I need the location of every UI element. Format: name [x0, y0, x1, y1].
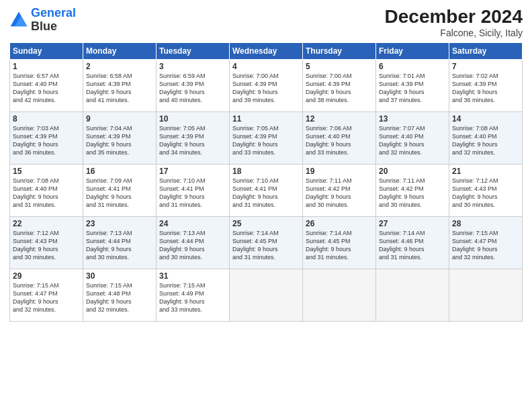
cell-info: Sunrise: 7:13 AM Sunset: 4:44 PM Dayligh…	[159, 229, 226, 262]
header-sunday: Sunday	[10, 42, 83, 59]
day-number: 12	[306, 114, 373, 124]
table-row: 11Sunrise: 7:05 AM Sunset: 4:39 PM Dayli…	[230, 111, 303, 164]
cell-info: Sunrise: 7:00 AM Sunset: 4:39 PM Dayligh…	[232, 72, 300, 105]
logo-icon	[9, 11, 28, 30]
cell-info: Sunrise: 7:15 AM Sunset: 4:47 PM Dayligh…	[13, 281, 80, 314]
cell-info: Sunrise: 7:14 AM Sunset: 4:46 PM Dayligh…	[379, 229, 446, 262]
header: GeneralBlue December 2024 Falcone, Sicil…	[9, 7, 523, 38]
week-row-2: 8Sunrise: 7:03 AM Sunset: 4:39 PM Daylig…	[10, 111, 523, 164]
cell-info: Sunrise: 7:03 AM Sunset: 4:39 PM Dayligh…	[13, 124, 80, 157]
cell-info: Sunrise: 7:04 AM Sunset: 4:39 PM Dayligh…	[86, 124, 153, 157]
day-number: 29	[13, 271, 80, 281]
cell-info: Sunrise: 7:02 AM Sunset: 4:39 PM Dayligh…	[452, 72, 519, 105]
cell-info: Sunrise: 7:01 AM Sunset: 4:39 PM Dayligh…	[379, 72, 446, 105]
day-number: 15	[13, 167, 80, 176]
header-friday: Friday	[376, 42, 449, 59]
cell-info: Sunrise: 7:11 AM Sunset: 4:42 PM Dayligh…	[379, 177, 446, 210]
cell-info: Sunrise: 7:00 AM Sunset: 4:39 PM Dayligh…	[306, 72, 373, 105]
cell-info: Sunrise: 6:57 AM Sunset: 4:40 PM Dayligh…	[13, 72, 80, 105]
cell-info: Sunrise: 7:14 AM Sunset: 4:45 PM Dayligh…	[232, 229, 300, 262]
day-number: 30	[86, 271, 153, 281]
header-thursday: Thursday	[303, 42, 376, 59]
cell-info: Sunrise: 7:08 AM Sunset: 4:40 PM Dayligh…	[452, 124, 519, 157]
day-number: 5	[306, 62, 373, 71]
cell-info: Sunrise: 7:10 AM Sunset: 4:41 PM Dayligh…	[232, 177, 300, 210]
day-number: 20	[379, 167, 446, 176]
cell-info: Sunrise: 7:06 AM Sunset: 4:40 PM Dayligh…	[306, 124, 373, 157]
cell-info: Sunrise: 7:05 AM Sunset: 4:39 PM Dayligh…	[232, 124, 300, 157]
table-row: 28Sunrise: 7:15 AM Sunset: 4:47 PM Dayli…	[449, 216, 523, 269]
table-row: 25Sunrise: 7:14 AM Sunset: 4:45 PM Dayli…	[230, 216, 303, 269]
day-number: 23	[86, 219, 153, 228]
table-row: 5Sunrise: 7:00 AM Sunset: 4:39 PM Daylig…	[303, 59, 376, 111]
table-row: 12Sunrise: 7:06 AM Sunset: 4:40 PM Dayli…	[303, 111, 376, 164]
cell-info: Sunrise: 7:10 AM Sunset: 4:41 PM Dayligh…	[159, 177, 226, 210]
table-row: 9Sunrise: 7:04 AM Sunset: 4:39 PM Daylig…	[83, 111, 157, 164]
cell-info: Sunrise: 7:07 AM Sunset: 4:40 PM Dayligh…	[379, 124, 446, 157]
week-row-3: 15Sunrise: 7:08 AM Sunset: 4:40 PM Dayli…	[10, 164, 523, 216]
cell-info: Sunrise: 6:59 AM Sunset: 4:39 PM Dayligh…	[159, 72, 226, 105]
table-row: 23Sunrise: 7:13 AM Sunset: 4:44 PM Dayli…	[83, 216, 157, 269]
day-number: 19	[306, 167, 373, 176]
table-row: 14Sunrise: 7:08 AM Sunset: 4:40 PM Dayli…	[449, 111, 523, 164]
day-number: 26	[306, 219, 373, 228]
cell-info: Sunrise: 7:12 AM Sunset: 4:43 PM Dayligh…	[452, 177, 519, 210]
day-number: 24	[159, 219, 226, 228]
day-number: 11	[232, 114, 300, 124]
table-row	[230, 269, 303, 321]
day-number: 25	[232, 219, 300, 228]
cell-info: Sunrise: 7:13 AM Sunset: 4:44 PM Dayligh…	[86, 229, 153, 262]
cell-info: Sunrise: 7:09 AM Sunset: 4:41 PM Dayligh…	[86, 177, 153, 210]
table-row: 3Sunrise: 6:59 AM Sunset: 4:39 PM Daylig…	[157, 59, 230, 111]
table-row: 10Sunrise: 7:05 AM Sunset: 4:39 PM Dayli…	[157, 111, 230, 164]
weekday-header-row: Sunday Monday Tuesday Wednesday Thursday…	[10, 42, 523, 59]
table-row: 4Sunrise: 7:00 AM Sunset: 4:39 PM Daylig…	[230, 59, 303, 111]
week-row-1: 1Sunrise: 6:57 AM Sunset: 4:40 PM Daylig…	[10, 59, 523, 111]
day-number: 27	[379, 219, 446, 228]
day-number: 3	[159, 62, 226, 71]
table-row: 22Sunrise: 7:12 AM Sunset: 4:43 PM Dayli…	[10, 216, 83, 269]
day-number: 4	[232, 62, 300, 71]
header-monday: Monday	[83, 42, 157, 59]
week-row-4: 22Sunrise: 7:12 AM Sunset: 4:43 PM Dayli…	[10, 216, 523, 269]
header-wednesday: Wednesday	[230, 42, 303, 59]
day-number: 9	[86, 114, 153, 124]
cell-info: Sunrise: 7:08 AM Sunset: 4:40 PM Dayligh…	[13, 177, 80, 210]
page-container: GeneralBlue December 2024 Falcone, Sicil…	[0, 0, 532, 327]
day-number: 10	[159, 114, 226, 124]
table-row	[376, 269, 449, 321]
table-row	[303, 269, 376, 321]
table-row: 21Sunrise: 7:12 AM Sunset: 4:43 PM Dayli…	[449, 164, 523, 216]
day-number: 22	[13, 219, 80, 228]
cell-info: Sunrise: 7:15 AM Sunset: 4:47 PM Dayligh…	[452, 229, 519, 262]
day-number: 17	[159, 167, 226, 176]
day-number: 28	[452, 219, 519, 228]
table-row: 30Sunrise: 7:15 AM Sunset: 4:48 PM Dayli…	[83, 269, 157, 321]
cell-info: Sunrise: 7:14 AM Sunset: 4:45 PM Dayligh…	[306, 229, 373, 262]
table-row: 17Sunrise: 7:10 AM Sunset: 4:41 PM Dayli…	[157, 164, 230, 216]
day-number: 2	[86, 62, 153, 71]
header-saturday: Saturday	[449, 42, 523, 59]
day-number: 31	[159, 271, 226, 281]
table-row: 31Sunrise: 7:15 AM Sunset: 4:49 PM Dayli…	[157, 269, 230, 321]
table-row: 15Sunrise: 7:08 AM Sunset: 4:40 PM Dayli…	[10, 164, 83, 216]
cell-info: Sunrise: 7:12 AM Sunset: 4:43 PM Dayligh…	[13, 229, 80, 262]
location-subtitle: Falcone, Sicily, Italy	[385, 28, 523, 38]
table-row: 16Sunrise: 7:09 AM Sunset: 4:41 PM Dayli…	[83, 164, 157, 216]
calendar-table: Sunday Monday Tuesday Wednesday Thursday…	[9, 42, 523, 322]
header-tuesday: Tuesday	[157, 42, 230, 59]
title-block: December 2024 Falcone, Sicily, Italy	[385, 7, 523, 38]
day-number: 6	[379, 62, 446, 71]
table-row: 19Sunrise: 7:11 AM Sunset: 4:42 PM Dayli…	[303, 164, 376, 216]
table-row: 13Sunrise: 7:07 AM Sunset: 4:40 PM Dayli…	[376, 111, 449, 164]
day-number: 18	[232, 167, 300, 176]
cell-info: Sunrise: 7:15 AM Sunset: 4:48 PM Dayligh…	[86, 281, 153, 314]
cell-info: Sunrise: 7:15 AM Sunset: 4:49 PM Dayligh…	[159, 281, 226, 314]
table-row: 20Sunrise: 7:11 AM Sunset: 4:42 PM Dayli…	[376, 164, 449, 216]
logo: GeneralBlue	[9, 7, 76, 34]
cell-info: Sunrise: 7:05 AM Sunset: 4:39 PM Dayligh…	[159, 124, 226, 157]
day-number: 21	[452, 167, 519, 176]
day-number: 1	[13, 62, 80, 71]
table-row: 8Sunrise: 7:03 AM Sunset: 4:39 PM Daylig…	[10, 111, 83, 164]
day-number: 13	[379, 114, 446, 124]
